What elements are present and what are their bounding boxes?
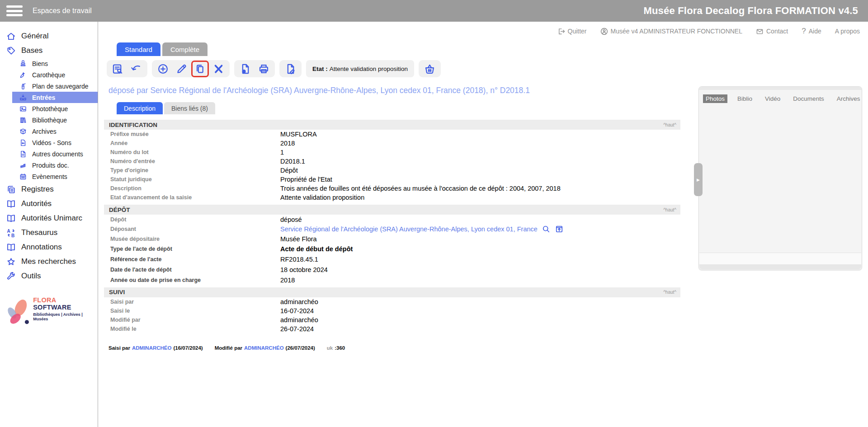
logo-flora-text: FLORA: [33, 296, 56, 304]
field-row: Modifié le26-07-2024: [104, 324, 680, 333]
tab-biens-lies[interactable]: Biens liés (8): [164, 102, 215, 114]
sidebar-item-autorites-unimarc[interactable]: Autorités Unimarc: [0, 211, 98, 225]
logo-software-text: SOFTWARE: [33, 304, 71, 311]
flora-butterfly-icon: [4, 297, 32, 328]
tab-biblio[interactable]: Biblio: [735, 94, 755, 103]
status-label: Etat :: [312, 66, 328, 72]
deposant-link[interactable]: Service Régional de l'Archéologie (SRA) …: [280, 225, 538, 233]
extinguisher-icon: [19, 82, 27, 90]
field-row: Etat d'avancement de la saisieAttente va…: [104, 193, 680, 202]
sidebar-item-entrees[interactable]: Entrées: [12, 92, 98, 103]
field-row: Saisi le16-07-2024: [104, 306, 680, 315]
attach-file-button[interactable]: [284, 63, 297, 75]
list-search-button[interactable]: [112, 63, 124, 75]
ab-sort-icon: AB: [6, 228, 16, 238]
record-audit-footer: Saisi par ADMINARCHÉO (16/07/2024) Modif…: [108, 345, 868, 351]
svg-text:B: B: [11, 233, 14, 238]
inbox-icon: [19, 94, 27, 102]
media-panel-bottom-edge: [699, 264, 861, 269]
sidebar-item-thesaurus[interactable]: AB Thesaurus: [0, 225, 98, 240]
logo-tagline: Bibliothèques | Archives | Musées: [33, 312, 94, 321]
tab-photos[interactable]: Photos: [703, 94, 727, 103]
home-icon: [6, 31, 16, 42]
sidebar-item-bases[interactable]: Bases: [0, 43, 98, 58]
delete-button[interactable]: [212, 63, 225, 75]
record-sections: IDENTIFICATION ^haut^ Préfixe muséeMUSFL…: [104, 120, 680, 333]
tab-standard[interactable]: Standard: [117, 42, 160, 56]
video-file-icon: [19, 139, 27, 147]
tab-complete[interactable]: Complète: [162, 42, 208, 56]
media-panel: Photos Biblio Vidéo Documents Archives: [698, 86, 862, 270]
tab-archives[interactable]: Archives: [834, 94, 863, 103]
sidebar-item-videos-sons[interactable]: Vidéos - Sons: [0, 137, 98, 148]
tab-description[interactable]: Description: [117, 102, 163, 114]
photo-icon: [19, 105, 27, 113]
open-record-icon[interactable]: [555, 225, 564, 234]
panel-collapse-handle[interactable]: ▶: [694, 163, 703, 196]
top-link[interactable]: ^haut^: [663, 122, 676, 127]
chevron-right-icon: ▶: [697, 178, 700, 182]
tab-documents[interactable]: Documents: [790, 94, 826, 103]
saisi-user-link[interactable]: ADMINARCHÉO: [132, 345, 172, 351]
open-box-icon: [19, 127, 27, 136]
field-row-deposant: Déposant Service Régional de l'Archéolog…: [104, 225, 680, 235]
sidebar-item-phototheque[interactable]: Photothèque: [0, 103, 98, 114]
sidebar-item-evenements[interactable]: Evènements: [0, 171, 98, 182]
modifie-user-link[interactable]: ADMINARCHÉO: [244, 345, 284, 351]
field-row: Année2018: [104, 139, 680, 148]
svg-text:A: A: [7, 229, 10, 234]
status-value: Attente validation proposition: [330, 66, 408, 72]
core-sample-icon: [19, 71, 27, 79]
sidebar-item-archives[interactable]: Archives: [0, 126, 98, 137]
sidebar-item-mes-recherches[interactable]: Mes recherches: [0, 254, 98, 269]
open-book-icon: [6, 242, 16, 253]
section-header-depot: DÉPÔT ^haut^: [104, 205, 680, 215]
field-row: Préfixe muséeMUSFLORA: [104, 130, 680, 139]
top-link[interactable]: ^haut^: [663, 290, 676, 295]
search-authority-icon[interactable]: [542, 225, 551, 234]
sidebar-item-general[interactable]: Général: [0, 29, 98, 43]
sidebar-item-outils[interactable]: Outils: [0, 269, 98, 283]
field-row: Modifié paradminarchéo: [104, 315, 680, 324]
sidebar-item-carotheque[interactable]: Carothèque: [0, 69, 98, 80]
print-button[interactable]: [258, 63, 270, 75]
duplicate-button[interactable]: [194, 63, 206, 75]
sidebar-item-autorites[interactable]: Autorités: [0, 197, 98, 211]
hamburger-menu-icon[interactable]: [6, 5, 23, 16]
export-file-button[interactable]: [239, 63, 251, 75]
sidebar-item-autres-documents[interactable]: Autres documents: [0, 148, 98, 160]
edit-button[interactable]: [175, 63, 188, 75]
tab-video[interactable]: Vidéo: [762, 94, 783, 103]
field-row: Numéro d'entréeD2018.1: [104, 157, 680, 166]
app-title: Musée Flora Decalog Flora FORMATION v4.5: [643, 5, 858, 17]
open-book-icon: [6, 199, 16, 209]
field-row: Statut juridiquePropriété de l'Etat: [104, 175, 680, 184]
undo-button[interactable]: [130, 63, 142, 75]
wrench-icon: [6, 271, 16, 282]
sidebar-item-biens[interactable]: Biens: [0, 58, 98, 69]
field-row: Type de l'acte de dépôtActe de début de …: [104, 244, 680, 254]
pages-icon: [19, 161, 27, 169]
field-row: Numéro du lot1: [104, 148, 680, 157]
field-row: Type d'origineDépôt: [104, 166, 680, 175]
field-row: Année ou date de prise en charge2018: [104, 275, 680, 286]
basket-button[interactable]: [424, 63, 436, 75]
top-link[interactable]: ^haut^: [663, 207, 676, 212]
app-header: Espaces de travail Musée Flora Decalog F…: [0, 0, 868, 22]
sidebar-item-registres[interactable]: Registres: [0, 182, 98, 197]
sidebar-item-produits-doc[interactable]: Produits doc.: [0, 160, 98, 171]
open-book-icon: [6, 213, 16, 224]
sidebar-item-annotations[interactable]: Annotations: [0, 240, 98, 254]
sidebar-item-plan-sauvegarde[interactable]: Plan de sauvegarde: [0, 80, 98, 92]
books-icon: [19, 116, 27, 124]
media-tabs: Photos Biblio Vidéo Documents Archives: [699, 87, 862, 103]
toolbar-group-attach: [279, 60, 302, 77]
field-row: Dépôtdéposé: [104, 215, 680, 225]
sidebar-item-bibliotheque[interactable]: Bibliothèque: [0, 114, 98, 126]
section-header-suivi: SUIVI ^haut^: [104, 287, 680, 297]
field-row: Saisi paradminarchéo: [104, 297, 680, 306]
add-button[interactable]: [157, 63, 169, 75]
media-panel-footer: [699, 253, 861, 264]
toolbar-group-basket: [419, 60, 441, 77]
tag-icon: [6, 46, 16, 56]
